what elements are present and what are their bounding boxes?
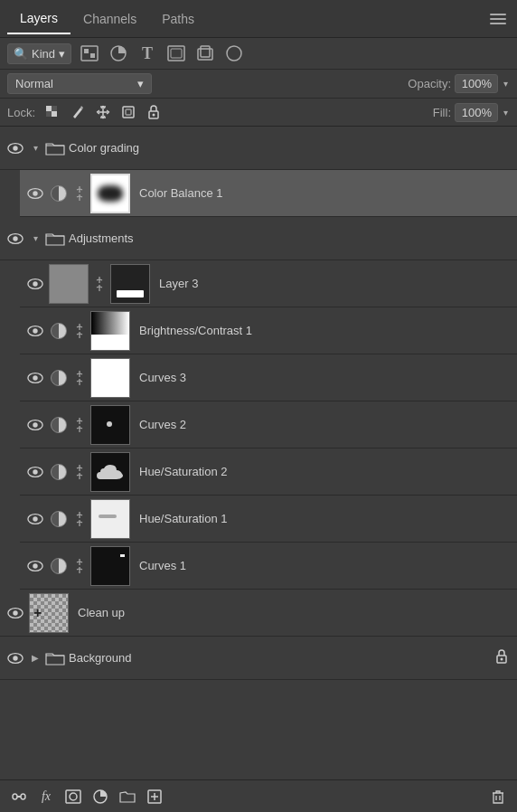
visibility-toggle[interactable] xyxy=(5,229,25,249)
chain-icon xyxy=(72,509,87,529)
layer-name: Brightness/Contrast 1 xyxy=(139,324,512,337)
visibility-toggle[interactable] xyxy=(25,462,45,482)
collapse-button[interactable]: ▾ xyxy=(29,142,42,155)
layer-thumbnail xyxy=(90,499,130,539)
tab-bar: Layers Channels Paths xyxy=(0,0,517,38)
new-layer-button[interactable] xyxy=(143,785,166,808)
list-item[interactable]: Curves 3 xyxy=(20,354,517,401)
chain-icon xyxy=(72,321,87,341)
layer-thumbnail xyxy=(90,546,130,586)
kind-filter-dropdown[interactable]: 🔍 Kind ▾ xyxy=(7,43,71,64)
visibility-toggle[interactable] xyxy=(25,321,45,341)
tab-channels[interactable]: Channels xyxy=(70,5,149,33)
layer-thumbnail xyxy=(90,174,130,213)
layer-name: Clean up xyxy=(78,606,512,619)
blend-mode-label: Normal xyxy=(15,77,134,90)
svg-rect-44 xyxy=(21,794,25,799)
link-layers-button[interactable] xyxy=(7,785,31,808)
fill-label: Fill: xyxy=(433,106,451,119)
collapse-button[interactable]: ▶ xyxy=(29,652,42,665)
fill-input[interactable]: 100% xyxy=(455,103,498,122)
opacity-group: Opacity: 100% ▾ xyxy=(408,74,510,93)
lock-all-icon[interactable] xyxy=(144,102,164,122)
list-item[interactable]: ▾ Color grading xyxy=(0,127,517,170)
layer-thumbnail xyxy=(49,264,89,304)
layer-name: Curves 1 xyxy=(139,559,512,572)
panel-menu-button[interactable] xyxy=(486,10,510,28)
filter-circle-icon[interactable] xyxy=(223,42,245,64)
layer-thumbnail xyxy=(29,593,69,633)
list-item[interactable]: Curves 2 xyxy=(20,401,517,448)
fill-arrow-icon[interactable]: ▾ xyxy=(502,106,510,119)
layer-name: Color Balance 1 xyxy=(139,186,512,200)
kind-arrow-icon: ▾ xyxy=(59,47,65,61)
layer-name: Layer 3 xyxy=(159,277,512,290)
list-item[interactable]: Color Balance 1 xyxy=(20,170,517,217)
layer-name: Background xyxy=(69,651,492,665)
visibility-toggle[interactable] xyxy=(25,415,45,435)
svg-point-32 xyxy=(33,469,37,474)
visibility-toggle[interactable] xyxy=(25,509,45,529)
svg-rect-14 xyxy=(126,109,131,115)
list-item[interactable]: Curves 1 xyxy=(20,543,517,590)
tab-layers[interactable]: Layers xyxy=(7,4,70,34)
opacity-arrow-icon[interactable]: ▾ xyxy=(502,77,510,90)
visibility-toggle[interactable] xyxy=(25,556,45,576)
list-item[interactable]: Hue/Saturation 2 xyxy=(20,448,517,496)
delete-layer-button[interactable] xyxy=(486,785,510,808)
layer-mask-thumbnail xyxy=(110,264,150,304)
layer-name: Adjustments xyxy=(69,231,512,245)
chain-icon xyxy=(72,184,87,203)
chain-icon xyxy=(72,462,87,482)
lock-label: Lock: xyxy=(7,106,35,119)
visibility-toggle[interactable] xyxy=(5,648,25,668)
visibility-toggle[interactable] xyxy=(5,603,25,623)
svg-rect-1 xyxy=(84,49,89,53)
svg-point-18 xyxy=(13,146,17,150)
svg-rect-5 xyxy=(171,49,182,58)
layers-list: ▾ Color grading xyxy=(0,127,517,779)
layer-name: Hue/Saturation 2 xyxy=(139,465,512,478)
filter-pixel-icon[interactable] xyxy=(79,42,100,64)
svg-point-16 xyxy=(153,114,155,117)
filter-text-icon[interactable]: T xyxy=(136,42,158,64)
svg-rect-9 xyxy=(46,106,52,111)
visibility-toggle[interactable] xyxy=(25,368,45,388)
layers-panel: Layers Channels Paths 🔍 Kind ▾ xyxy=(0,0,517,812)
layer-style-button[interactable]: fx xyxy=(34,785,58,808)
blend-mode-dropdown[interactable]: Normal ▾ xyxy=(7,73,152,94)
layer-thumbnail xyxy=(90,452,130,492)
filter-shape-icon[interactable] xyxy=(165,42,187,64)
filter-row: 🔍 Kind ▾ T xyxy=(0,38,517,70)
lock-pixels-icon[interactable] xyxy=(68,102,88,122)
tab-paths[interactable]: Paths xyxy=(149,5,207,33)
list-item[interactable]: ▾ Adjustments xyxy=(0,217,517,260)
opacity-input[interactable]: 100% xyxy=(455,74,498,93)
layer-name: Color grading xyxy=(69,141,512,155)
svg-point-28 xyxy=(33,375,37,380)
layer-name: Curves 3 xyxy=(139,371,512,384)
filter-adjustment-icon[interactable] xyxy=(108,42,129,64)
list-item[interactable]: Brightness/Contrast 1 xyxy=(20,307,517,354)
lock-position-icon[interactable] xyxy=(93,102,113,122)
new-adjustment-layer-button[interactable] xyxy=(89,785,112,808)
new-group-button[interactable] xyxy=(116,785,139,808)
list-item[interactable]: Layer 3 xyxy=(20,260,517,307)
svg-point-34 xyxy=(33,516,37,521)
adjustment-icon xyxy=(49,368,69,388)
collapse-button[interactable]: ▾ xyxy=(29,232,42,245)
lock-transparent-icon[interactable] xyxy=(42,102,62,122)
folder-icon xyxy=(45,138,65,158)
add-mask-button[interactable] xyxy=(61,785,85,808)
lock-artboard-icon[interactable] xyxy=(118,102,138,122)
list-item[interactable]: Hue/Saturation 1 xyxy=(20,496,517,543)
svg-point-40 xyxy=(13,656,17,660)
visibility-toggle[interactable] xyxy=(25,184,45,203)
list-item[interactable]: Clean up xyxy=(0,590,517,637)
visibility-toggle[interactable] xyxy=(5,138,25,158)
visibility-toggle[interactable] xyxy=(25,274,45,294)
svg-point-42 xyxy=(501,658,503,661)
list-item[interactable]: ▶ Background xyxy=(0,637,517,680)
svg-rect-2 xyxy=(90,53,95,58)
filter-smart-icon[interactable] xyxy=(194,42,216,64)
